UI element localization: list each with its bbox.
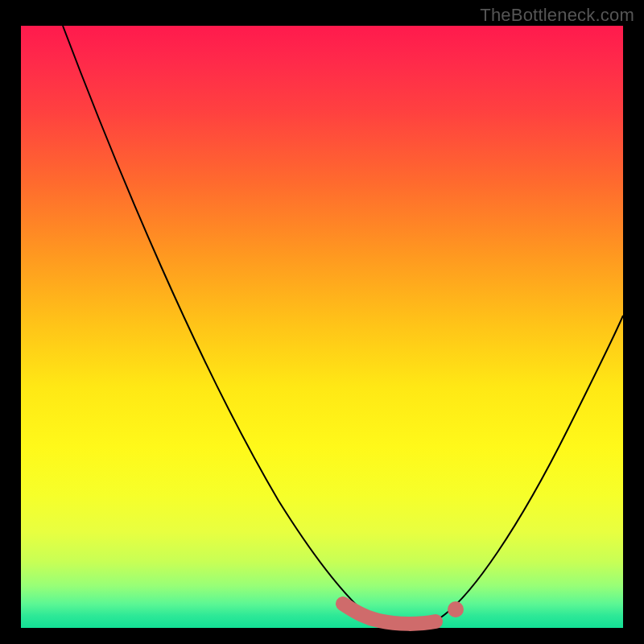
chart-frame: TheBottleneck.com (0, 0, 644, 644)
watermark-text: TheBottleneck.com (480, 5, 634, 26)
highlight-endpoint-dot (448, 601, 464, 617)
plot-area (21, 26, 623, 628)
highlight-sweet-spot (343, 604, 436, 624)
curve-layer (21, 26, 623, 628)
curve-left-branch (63, 26, 367, 615)
curve-right-branch (440, 316, 623, 618)
